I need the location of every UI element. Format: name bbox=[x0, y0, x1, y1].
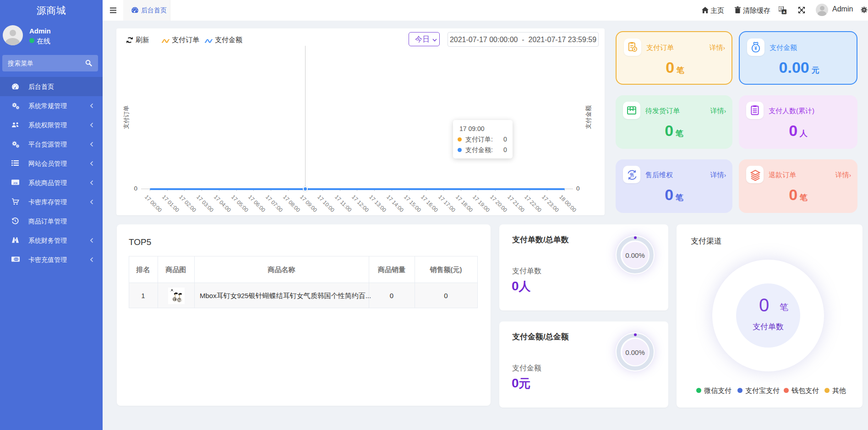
svg-text:¥: ¥ bbox=[754, 46, 757, 51]
svg-text:售: 售 bbox=[629, 172, 634, 178]
svg-text:A: A bbox=[783, 10, 786, 14]
svg-text:JCB: JCB bbox=[13, 182, 18, 185]
svg-text:¥: ¥ bbox=[633, 47, 636, 51]
